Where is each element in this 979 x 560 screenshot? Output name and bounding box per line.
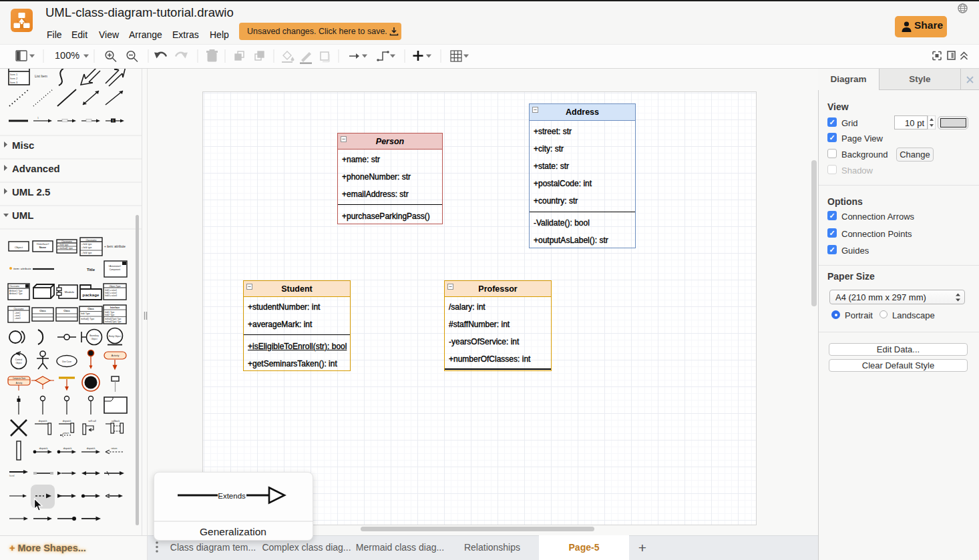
svg-text:1: 1 [37, 117, 39, 119]
svg-text:«Annotation»: «Annotation» [109, 265, 122, 268]
svg-text:return: return [112, 447, 118, 450]
svg-text:Control: Control [15, 358, 23, 361]
svg-text:Title: Title [87, 268, 95, 272]
svg-text:Object: Object [91, 338, 97, 340]
svg-text:dispatch: dispatch [63, 447, 72, 450]
svg-text:dispatch: dispatch [63, 420, 71, 423]
svg-text:Generalization: Generalization [200, 526, 266, 537]
svg-text:List Item: List Item [35, 74, 47, 78]
svg-text:Object Type: Object Type [110, 285, 121, 288]
svg-text:Activity: Activity [112, 354, 120, 357]
svg-text:«Interface»: «Interface» [37, 243, 49, 246]
svg-text:Attribute2: Type: Attribute2: Type [9, 292, 23, 295]
svg-text:+ field: type: + field: type [81, 246, 92, 249]
svg-text:Extends: Extends [218, 492, 246, 500]
svg-text:+ field: type: + field: type [58, 244, 69, 246]
svg-text:method(): Type: method(): Type [81, 318, 94, 320]
svg-text:self call: self call [88, 420, 96, 423]
svg-text:Class: Class [39, 310, 46, 312]
svg-text:Activity: Activity [16, 382, 23, 384]
svg-text:Item 3: Item 3 [10, 81, 18, 84]
svg-text:dispatch: dispatch [39, 447, 48, 450]
svg-text:Entity Object: Entity Object [109, 335, 121, 338]
svg-text:found: found [9, 475, 15, 477]
svg-text:Classname: Classname [86, 239, 97, 242]
svg-text:Advanced: Advanced [12, 163, 60, 174]
svg-text:package: package [83, 292, 100, 297]
svg-text:Class: Class [63, 310, 70, 312]
svg-text:+ field: type: + field: type [81, 243, 92, 246]
svg-text:Item 1: Item 1 [10, 73, 18, 76]
svg-text:dispatch: dispatch [39, 420, 47, 423]
svg-text:Class: Class [87, 308, 94, 310]
svg-text:UML: UML [12, 210, 34, 221]
svg-text:+ item: attribute: + item: attribute [104, 245, 126, 248]
svg-text:Module: Module [65, 290, 75, 294]
svg-text:Component: Component [110, 268, 121, 271]
svg-text:100%: 100% [55, 50, 79, 61]
svg-text:method1(Type): Type: method1(Type): Type [105, 318, 122, 320]
svg-text:callback: callback [112, 420, 120, 423]
svg-text:Boundary: Boundary [89, 334, 99, 337]
svg-text:Classname: Classname [13, 308, 23, 310]
svg-text:+item3: +item3 [15, 317, 21, 320]
svg-text:Classname: Classname [9, 285, 19, 288]
svg-text:+ method(): type: + method(): type [58, 247, 73, 250]
svg-text:UML 2.5: UML 2.5 [12, 186, 50, 198]
svg-text:field: Type: field: Type [81, 312, 90, 315]
svg-text:Misc: Misc [12, 139, 34, 151]
svg-text:return: return [63, 432, 69, 435]
svg-text:field3 = value3: field3 = value3 [105, 294, 118, 297]
svg-text:Interface: Interface [110, 306, 120, 309]
svg-text:Item 2: Item 2 [10, 77, 18, 80]
svg-text:Composite State: Composite State [13, 377, 26, 380]
svg-text:Use Case: Use Case [62, 360, 71, 363]
svg-text:Name: Name [39, 246, 46, 249]
svg-text:item: attribute: item: attribute [13, 267, 31, 270]
svg-text:field2: Type: field2: Type [105, 314, 115, 316]
svg-text:Object: Object [15, 246, 23, 249]
svg-text:Object: Object [15, 362, 21, 364]
svg-text:method2(Type): Type: method2(Type): Type [105, 320, 122, 323]
svg-text:+ field: type: + field: type [81, 252, 92, 254]
svg-text:Classname: Classname [61, 240, 72, 243]
svg-text:dispatch: dispatch [87, 447, 95, 450]
